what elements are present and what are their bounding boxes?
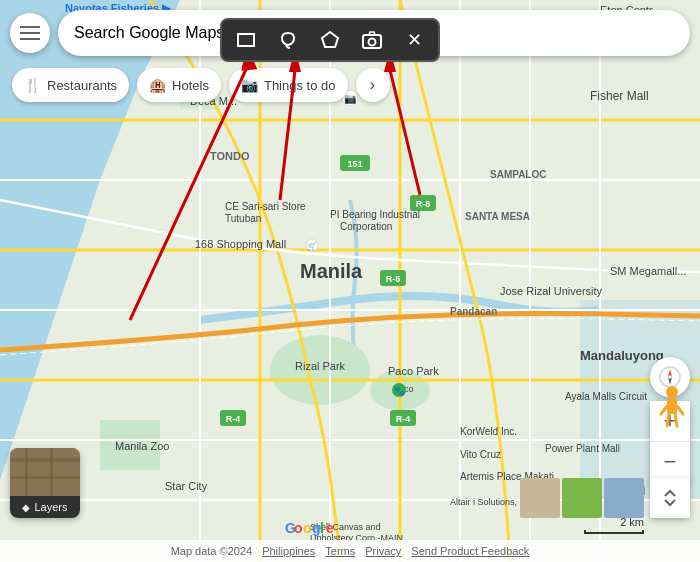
svg-line-95 xyxy=(661,406,667,414)
philippines-link[interactable]: Philippines xyxy=(262,545,315,557)
privacy-link[interactable]: Privacy xyxy=(365,545,401,557)
scale-label: 2 km xyxy=(620,516,644,528)
svg-text:Ayala Malls Circuit: Ayala Malls Circuit xyxy=(565,391,647,402)
svg-marker-91 xyxy=(668,369,672,377)
layers-label: Layers xyxy=(34,501,67,513)
svg-rect-87 xyxy=(10,476,80,479)
more-filters-button[interactable]: › xyxy=(356,68,390,102)
svg-text:Power Plant Mall: Power Plant Mall xyxy=(545,443,620,454)
camera-button[interactable] xyxy=(358,26,386,54)
scale-bar: 2 km xyxy=(584,516,644,534)
layers-button[interactable]: ◆ Layers xyxy=(10,448,80,518)
hotels-icon: 🏨 xyxy=(149,77,166,93)
svg-rect-80 xyxy=(20,38,40,40)
lasso-icon xyxy=(278,30,298,50)
terms-link[interactable]: Terms xyxy=(325,545,355,557)
svg-text:PI Bearing Industrial: PI Bearing Industrial xyxy=(330,209,420,220)
svg-text:168 Shopping Mall: 168 Shopping Mall xyxy=(195,238,286,250)
svg-line-97 xyxy=(667,414,669,426)
svg-text:l: l xyxy=(320,520,324,536)
things-to-do-chip[interactable]: 📷 Things to do xyxy=(229,68,348,102)
zoom-out-button[interactable]: − xyxy=(650,442,690,482)
things-to-do-label: Things to do xyxy=(264,78,336,93)
svg-text:R-8: R-8 xyxy=(416,199,431,209)
scale-line xyxy=(584,530,644,534)
status-bar: Map data ©2024 Philippines Terms Privacy… xyxy=(0,540,700,562)
svg-text:🛒: 🛒 xyxy=(307,241,317,251)
svg-text:KorWeld Inc.: KorWeld Inc. xyxy=(460,426,517,437)
map-container[interactable]: 151 R-8 R-6 R-4 R-4 Navotas Fisheries ▶ … xyxy=(0,0,700,562)
svg-text:Corporation: Corporation xyxy=(340,221,392,232)
polygon-select-button[interactable] xyxy=(316,26,344,54)
pegman-icon xyxy=(658,384,686,428)
polygon-icon xyxy=(320,30,340,50)
lasso-select-button[interactable] xyxy=(274,26,302,54)
toolbar: ✕ xyxy=(220,18,440,62)
map-thumbnail-3[interactable] xyxy=(604,478,644,518)
search-placeholder: Search Google Maps xyxy=(74,24,224,42)
camera-icon xyxy=(362,30,382,50)
svg-text:SANTA MESA: SANTA MESA xyxy=(465,211,530,222)
svg-text:R-6: R-6 xyxy=(386,274,401,284)
svg-rect-81 xyxy=(238,34,254,46)
svg-rect-89 xyxy=(50,448,53,496)
svg-text:o: o xyxy=(294,520,303,536)
rectangle-select-button[interactable] xyxy=(232,26,260,54)
svg-text:e: e xyxy=(326,520,334,536)
copyright-text: Map data ©2024 xyxy=(171,545,253,557)
svg-rect-79 xyxy=(20,32,40,34)
thumbnail-strip xyxy=(520,478,644,518)
svg-text:R-4: R-4 xyxy=(396,414,411,424)
map-thumbnail-2[interactable] xyxy=(562,478,602,518)
svg-text:Star City: Star City xyxy=(165,480,208,492)
layers-map-preview xyxy=(10,448,80,496)
restaurants-icon: 🍴 xyxy=(24,77,41,93)
svg-rect-88 xyxy=(25,448,28,496)
expand-button[interactable] xyxy=(650,478,690,518)
menu-button[interactable] xyxy=(10,13,50,53)
restaurants-label: Restaurants xyxy=(47,78,117,93)
svg-line-98 xyxy=(675,414,677,426)
toolbar-close-button[interactable]: ✕ xyxy=(400,26,428,54)
restaurants-chip[interactable]: 🍴 Restaurants xyxy=(12,68,129,102)
svg-text:CE Sari-sari Store: CE Sari-sari Store xyxy=(225,201,306,212)
svg-text:o: o xyxy=(303,520,312,536)
hamburger-icon xyxy=(20,26,40,40)
layers-diamond-icon: ◆ xyxy=(22,502,30,513)
svg-text:TONDO: TONDO xyxy=(210,150,250,162)
layers-thumbnail xyxy=(10,448,80,496)
expand-icon xyxy=(660,488,680,508)
svg-text:151: 151 xyxy=(347,159,362,169)
layers-label-bar: ◆ Layers xyxy=(10,496,80,518)
svg-text:Vito Cruz: Vito Cruz xyxy=(460,449,501,460)
map-thumbnail-1[interactable] xyxy=(520,478,560,518)
svg-line-96 xyxy=(677,406,683,414)
svg-text:Pandacan: Pandacan xyxy=(450,306,497,317)
svg-point-93 xyxy=(666,386,678,398)
svg-text:SM Megamall...: SM Megamall... xyxy=(610,265,686,277)
svg-text:Rizal Park: Rizal Park xyxy=(295,360,346,372)
svg-rect-85 xyxy=(10,448,80,496)
svg-text:Manila Zoo: Manila Zoo xyxy=(115,440,169,452)
svg-text:🐾: 🐾 xyxy=(394,385,406,397)
svg-text:SAMPALOC: SAMPALOC xyxy=(490,169,546,180)
svg-point-84 xyxy=(369,39,376,46)
svg-text:Manila: Manila xyxy=(300,260,363,282)
rectangle-icon xyxy=(236,30,256,50)
svg-text:Paco Park: Paco Park xyxy=(388,365,439,377)
hotels-label: Hotels xyxy=(172,78,209,93)
feedback-link[interactable]: Send Product Feedback xyxy=(411,545,529,557)
filter-bar: 🍴 Restaurants 🏨 Hotels 📷 Things to do › xyxy=(0,68,700,102)
svg-marker-82 xyxy=(322,32,338,47)
hotels-chip[interactable]: 🏨 Hotels xyxy=(137,68,221,102)
svg-text:Jose Rizal University: Jose Rizal University xyxy=(500,285,603,297)
svg-text:R-4: R-4 xyxy=(226,414,241,424)
camera-chip-icon: 📷 xyxy=(241,77,258,93)
svg-rect-78 xyxy=(20,26,40,28)
svg-rect-86 xyxy=(10,458,80,462)
street-view-person-button[interactable] xyxy=(658,384,686,432)
svg-text:Tutuban: Tutuban xyxy=(225,213,261,224)
